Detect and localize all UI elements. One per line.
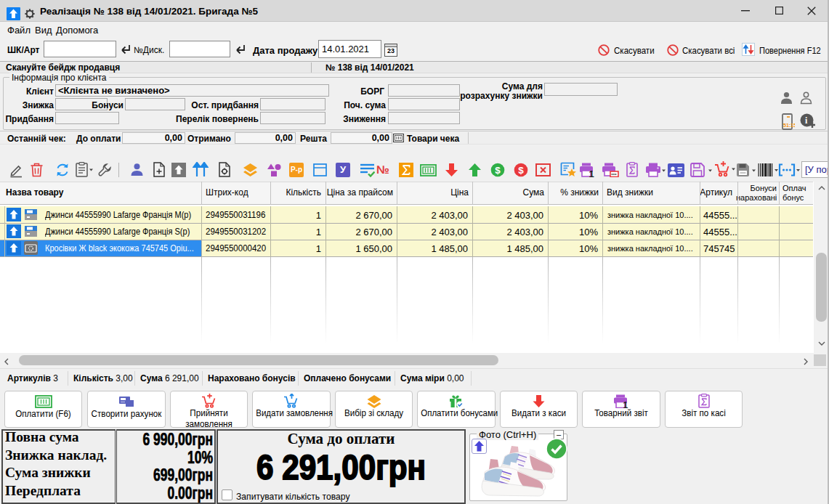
svg-text:1: 1 [623, 400, 628, 409]
svg-text:1: 1 [589, 168, 594, 178]
svg-text:51:15: 51:15 [783, 123, 795, 128]
svg-text:$: $ [495, 165, 501, 176]
svg-text:$: $ [518, 165, 524, 176]
